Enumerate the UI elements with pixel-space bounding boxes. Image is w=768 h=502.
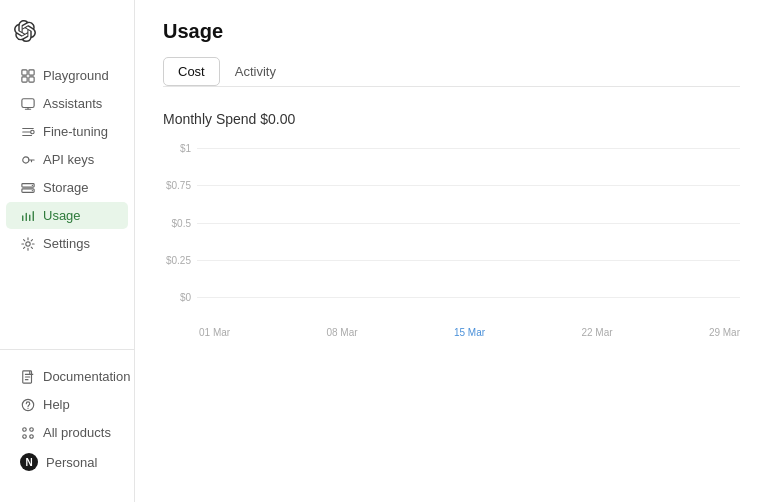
svg-point-16 bbox=[29, 427, 33, 431]
chart-area: $1 $0.75 $0.5 $0.25 bbox=[163, 143, 740, 338]
tab-activity[interactable]: Activity bbox=[220, 57, 291, 86]
svg-point-18 bbox=[29, 434, 33, 438]
x-label-4: 22 Mar bbox=[581, 327, 612, 338]
y-label-2: $0.75 bbox=[163, 180, 191, 191]
assistant-icon bbox=[20, 96, 35, 111]
sidebar-item-usage[interactable]: Usage bbox=[6, 202, 128, 229]
svg-rect-0 bbox=[21, 69, 26, 74]
x-label-5: 29 Mar bbox=[709, 327, 740, 338]
svg-point-11 bbox=[25, 241, 29, 245]
chart-icon bbox=[20, 208, 35, 223]
svg-rect-3 bbox=[28, 76, 33, 81]
sidebar-item-assistants[interactable]: Assistants bbox=[6, 90, 128, 117]
svg-rect-4 bbox=[21, 98, 33, 107]
sidebar-item-label: Playground bbox=[43, 68, 109, 83]
sidebar-item-documentation[interactable]: Documentation bbox=[6, 363, 128, 390]
y-label-3: $0.5 bbox=[163, 218, 191, 229]
sidebar-item-label: Settings bbox=[43, 236, 90, 251]
tab-cost[interactable]: Cost bbox=[163, 57, 220, 86]
apps-icon bbox=[20, 425, 35, 440]
sidebar-item-label: Storage bbox=[43, 180, 89, 195]
page-title: Usage bbox=[163, 20, 740, 43]
sidebar: Playground Assistants Fine-tuning bbox=[0, 0, 135, 502]
storage-icon bbox=[20, 180, 35, 195]
svg-point-15 bbox=[22, 427, 26, 431]
avatar: N bbox=[20, 453, 38, 471]
grid-line-1: $1 bbox=[163, 143, 740, 154]
grid-line-3: $0.5 bbox=[163, 218, 740, 229]
x-label-3: 15 Mar bbox=[454, 327, 485, 338]
help-icon bbox=[20, 397, 35, 412]
sidebar-item-label: API keys bbox=[43, 152, 94, 167]
svg-point-5 bbox=[30, 130, 34, 134]
y-label-5: $0 bbox=[163, 292, 191, 303]
tab-bar: Cost Activity bbox=[163, 57, 740, 87]
grid-icon bbox=[20, 68, 35, 83]
user-name: Personal bbox=[46, 455, 97, 470]
gear-icon bbox=[20, 236, 35, 251]
svg-point-10 bbox=[31, 189, 32, 190]
sidebar-item-label: Assistants bbox=[43, 96, 102, 111]
key-icon bbox=[20, 152, 35, 167]
chart-section: Monthly Spend $0.00 $1 $0.75 $0.5 bbox=[163, 111, 740, 338]
sidebar-nav: Playground Assistants Fine-tuning bbox=[0, 61, 134, 349]
svg-rect-1 bbox=[28, 69, 33, 74]
user-profile[interactable]: N Personal bbox=[6, 447, 128, 477]
sidebar-item-label: Documentation bbox=[43, 369, 130, 384]
sidebar-item-label: Fine-tuning bbox=[43, 124, 108, 139]
sidebar-item-help[interactable]: Help bbox=[6, 391, 128, 418]
logo bbox=[0, 12, 134, 61]
sidebar-item-storage[interactable]: Storage bbox=[6, 174, 128, 201]
sidebar-item-label: Usage bbox=[43, 208, 81, 223]
monthly-spend-value: $0.00 bbox=[260, 111, 295, 127]
svg-point-9 bbox=[31, 184, 32, 185]
sidebar-item-playground[interactable]: Playground bbox=[6, 62, 128, 89]
sidebar-item-settings[interactable]: Settings bbox=[6, 230, 128, 257]
y-label-4: $0.25 bbox=[163, 255, 191, 266]
svg-point-6 bbox=[22, 156, 28, 162]
sidebar-bottom: Documentation Help All prod bbox=[0, 349, 134, 490]
x-label-1: 01 Mar bbox=[199, 327, 230, 338]
grid-line-4: $0.25 bbox=[163, 255, 740, 266]
sidebar-item-all-products[interactable]: All products bbox=[6, 419, 128, 446]
grid-line-5: $0 bbox=[163, 292, 740, 303]
x-axis: 01 Mar 08 Mar 15 Mar 22 Mar 29 Mar bbox=[163, 327, 740, 338]
fine-tune-icon bbox=[20, 124, 35, 139]
doc-icon bbox=[20, 369, 35, 384]
grid-line-2: $0.75 bbox=[163, 180, 740, 191]
svg-rect-2 bbox=[21, 76, 26, 81]
sidebar-item-label: Help bbox=[43, 397, 70, 412]
sidebar-item-fine-tuning[interactable]: Fine-tuning bbox=[6, 118, 128, 145]
svg-point-17 bbox=[22, 434, 26, 438]
x-label-2: 08 Mar bbox=[326, 327, 357, 338]
y-label-1: $1 bbox=[163, 143, 191, 154]
monthly-spend: Monthly Spend $0.00 bbox=[163, 111, 740, 127]
sidebar-item-api-keys[interactable]: API keys bbox=[6, 146, 128, 173]
sidebar-item-label: All products bbox=[43, 425, 111, 440]
svg-point-14 bbox=[27, 407, 28, 408]
main-content: Usage Cost Activity Monthly Spend $0.00 … bbox=[135, 0, 768, 502]
